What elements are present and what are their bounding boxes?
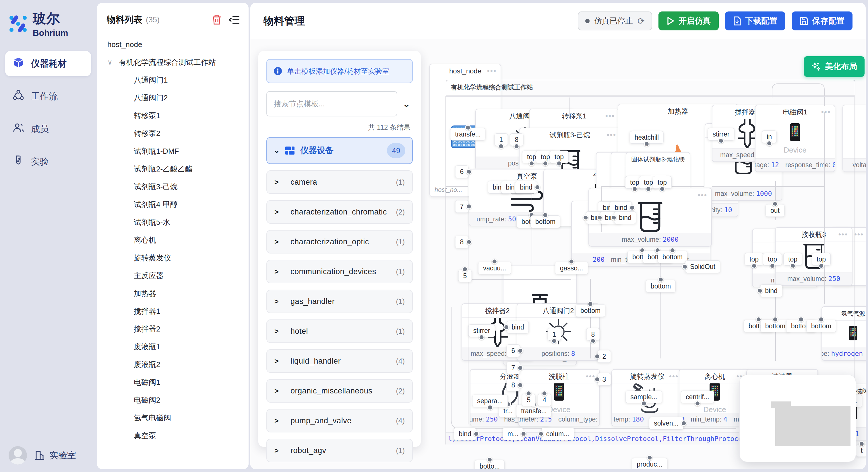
port-chip-bind[interactable]: bind: [454, 428, 476, 440]
avatar[interactable]: [9, 446, 27, 465]
chevron-down-icon[interactable]: ∨: [107, 58, 119, 66]
subcategory-organic_miscellaneous[interactable]: > organic_miscellaneous (2): [267, 379, 413, 403]
tree-item[interactable]: 废液瓶1: [107, 338, 246, 356]
port-dot-icon[interactable]: [569, 259, 575, 264]
port-dot-icon[interactable]: [647, 455, 652, 461]
port-chip-vacuu[interactable]: vacuu...: [478, 262, 511, 274]
subcategory-communication_devices[interactable]: > communication_devices (1): [267, 260, 413, 283]
port-chip-bind[interactable]: bind: [614, 211, 636, 224]
tree-item[interactable]: 八通阀门1: [107, 71, 246, 89]
port-chip-6[interactable]: 6: [455, 165, 469, 178]
tree-item[interactable]: 真空泵: [107, 427, 246, 444]
port-dot-icon[interactable]: [487, 405, 493, 410]
port-dot-icon[interactable]: [542, 212, 548, 218]
subcategory-hotel[interactable]: > hotel (1): [267, 319, 413, 343]
tree-item[interactable]: 试剂瓶1-DMF: [107, 142, 246, 160]
port-chip-top[interactable]: top: [783, 253, 802, 266]
tree-item[interactable]: 废液瓶2: [107, 356, 246, 373]
port-chip-2[interactable]: 2: [598, 350, 611, 363]
port-chip-7[interactable]: 7: [455, 200, 469, 213]
download-config-button[interactable]: 下载配置: [725, 11, 785, 30]
port-dot-icon[interactable]: [646, 186, 651, 192]
port-dot-icon[interactable]: [859, 441, 865, 447]
sidebar-item-3[interactable]: 实验: [5, 149, 91, 174]
port-chip-bottom[interactable]: bottom: [646, 280, 676, 293]
port-dot-icon[interactable]: [818, 263, 824, 269]
tree-item[interactable]: 搅拌器2: [107, 320, 246, 338]
port-dot-icon[interactable]: [588, 301, 593, 307]
port-chip-bottom[interactable]: bottom: [530, 215, 560, 228]
trash-icon[interactable]: [212, 14, 222, 25]
template-search-input[interactable]: [267, 91, 397, 116]
port-chip-1[interactable]: 1: [495, 133, 508, 146]
port-chip-sample[interactable]: sample...: [625, 391, 662, 403]
port-dot-icon[interactable]: [517, 348, 523, 353]
tree-item[interactable]: 试剂瓶4-甲醇: [107, 196, 246, 213]
port-dot-icon[interactable]: [790, 263, 796, 269]
port-dot-icon[interactable]: [542, 161, 548, 166]
port-chip-bind[interactable]: bind: [515, 181, 537, 194]
beautify-layout-button[interactable]: 美化布局: [804, 56, 865, 77]
port-dot-icon[interactable]: [798, 316, 804, 322]
port-dot-icon[interactable]: [594, 353, 600, 359]
port-chip-top[interactable]: top: [550, 150, 569, 163]
port-chip-colum[interactable]: colum...: [541, 428, 575, 440]
port-dot-icon[interactable]: [641, 401, 647, 406]
port-dot-icon[interactable]: [465, 125, 471, 131]
port-chip-7[interactable]: 7: [507, 362, 520, 374]
port-chip-top[interactable]: top: [653, 176, 672, 189]
port-dot-icon[interactable]: [466, 204, 472, 209]
sidebar-item-lab[interactable]: 实验室: [34, 449, 76, 461]
port-dot-icon[interactable]: [517, 382, 523, 388]
port-dot-icon[interactable]: [632, 186, 638, 192]
port-chip-bind[interactable]: bind: [507, 321, 529, 334]
port-chip-t[interactable]: t: [856, 444, 866, 457]
category-instruments[interactable]: ⌄ 仪器设备 49: [267, 137, 413, 164]
save-config-button[interactable]: 保存配置: [792, 11, 852, 30]
port-dot-icon[interactable]: [556, 161, 562, 166]
tree-item[interactable]: 试剂瓶2-乙酸乙酯: [107, 160, 246, 178]
port-dot-icon[interactable]: [597, 215, 602, 221]
port-dot-icon[interactable]: [594, 376, 600, 382]
port-chip-gasso[interactable]: gasso...: [555, 262, 588, 274]
subcategory-characterization_chromatic[interactable]: > characterization_chromatic (2): [267, 200, 413, 224]
subcategory-pump_and_valve[interactable]: > pump_and_valve (4): [267, 409, 413, 432]
sidebar-item-0[interactable]: 仪器耗材: [5, 51, 91, 76]
tree-item[interactable]: 转移泵2: [107, 125, 246, 142]
port-dot-icon[interactable]: [658, 277, 663, 282]
minimap-panel[interactable]: [739, 375, 856, 462]
port-chip-m[interactable]: m...: [503, 428, 523, 440]
port-dot-icon[interactable]: [659, 186, 665, 192]
port-dot-icon[interactable]: [492, 259, 497, 264]
tree-item[interactable]: ∨有机化学流程综合测试工作站: [107, 53, 246, 71]
subcategory-robot_agv[interactable]: > robot_agv (1): [267, 439, 413, 462]
port-dot-icon[interactable]: [670, 247, 675, 253]
tree-item[interactable]: 离心机: [107, 231, 246, 249]
sidebar-item-1[interactable]: 工作流: [5, 84, 91, 109]
port-chip-top[interactable]: top: [745, 253, 764, 266]
port-dot-icon[interactable]: [772, 201, 778, 207]
port-dot-icon[interactable]: [751, 263, 757, 269]
port-dot-icon[interactable]: [818, 316, 824, 322]
port-dot-icon[interactable]: [681, 420, 687, 426]
port-dot-icon[interactable]: [487, 457, 493, 463]
tree-item[interactable]: 电磁阀1: [107, 373, 246, 391]
tree-item[interactable]: 转移泵1: [107, 107, 246, 125]
port-dot-icon[interactable]: [529, 161, 534, 166]
port-chip-stirrer[interactable]: stirrer: [468, 324, 495, 337]
port-chip-bottom[interactable]: bottom: [576, 304, 606, 317]
port-chip-5[interactable]: 5: [522, 394, 536, 406]
subcategory-characterization_optic[interactable]: > characterization_optic (1): [267, 230, 413, 254]
subcategory-camera[interactable]: > camera (1): [267, 170, 413, 194]
simulation-status[interactable]: 仿真已停止 ⟳: [578, 11, 652, 30]
port-dot-icon[interactable]: [611, 215, 617, 221]
port-chip-top[interactable]: top: [763, 253, 782, 266]
port-dot-icon[interactable]: [541, 391, 547, 396]
port-chip-3[interactable]: 3: [598, 373, 611, 386]
port-dot-icon[interactable]: [466, 239, 472, 245]
panel-collapse-chevron-icon[interactable]: ⌄: [400, 99, 413, 109]
port-dot-icon[interactable]: [757, 288, 763, 294]
port-dot-icon[interactable]: [462, 266, 468, 272]
port-dot-icon[interactable]: [682, 264, 688, 270]
tree-item[interactable]: 电磁阀2: [107, 391, 246, 409]
